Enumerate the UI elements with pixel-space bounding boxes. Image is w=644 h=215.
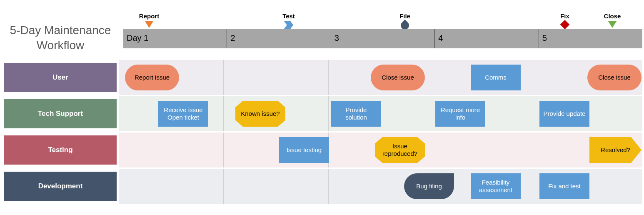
gridline bbox=[223, 96, 224, 131]
gridline bbox=[328, 169, 329, 204]
tri-down-icon bbox=[145, 21, 153, 28]
task-request-more-info: Request more info bbox=[435, 101, 485, 127]
gridline bbox=[538, 132, 538, 168]
day-header: Day 1 bbox=[123, 29, 227, 48]
lane-label-user: User bbox=[4, 63, 117, 92]
gridline bbox=[433, 132, 433, 168]
task-report-issue: Report issue bbox=[125, 65, 179, 90]
milestone-fix: Fix bbox=[548, 12, 582, 28]
milestone-label: Close bbox=[596, 12, 629, 20]
gridline bbox=[538, 169, 538, 204]
gridline bbox=[223, 132, 224, 168]
task-resolved: Resolved? bbox=[589, 137, 642, 163]
lane-body-development: Bug filingFeasibility assessmentFix and … bbox=[119, 169, 642, 204]
gridline bbox=[538, 96, 538, 131]
lane-body-user: Report issueClose issueCommsClose issue bbox=[119, 60, 642, 95]
gridline bbox=[328, 60, 329, 95]
lane-label-testing: Testing bbox=[4, 135, 117, 165]
task-fix-and-test: Fix and test bbox=[539, 173, 589, 199]
milestone-test: Test bbox=[272, 12, 305, 29]
task-feasibility-assessment: Feasibility assessment bbox=[471, 173, 521, 199]
timeline-header: Day 12345 bbox=[123, 29, 642, 48]
task-known-issue: Known issue? bbox=[235, 101, 285, 127]
day-header: 3 bbox=[331, 29, 434, 48]
day-header: 4 bbox=[434, 29, 538, 48]
milestone-label: File bbox=[388, 12, 422, 20]
day-header: 2 bbox=[227, 29, 330, 48]
task-receive-issue-open-ticket: Receive issue Open ticket bbox=[158, 101, 208, 127]
chevron-icon bbox=[284, 21, 293, 29]
diamond-icon bbox=[560, 20, 570, 30]
milestone-label: Fix bbox=[548, 12, 582, 20]
task-issue-reproduced: Issue reproduced? bbox=[375, 137, 425, 163]
lane-body-testing: Issue testingIssue reproduced?Resolved? bbox=[119, 132, 642, 168]
milestone-file: File bbox=[388, 12, 422, 30]
milestone-label: Report bbox=[132, 12, 166, 20]
milestone-close: Close bbox=[596, 12, 629, 28]
task-provide-solution: Provide solution bbox=[331, 101, 381, 127]
diagram-title: 5-Day Maintenance Workflow bbox=[4, 23, 117, 53]
tri-green-icon bbox=[608, 21, 617, 28]
task-close-issue: Close issue bbox=[587, 65, 642, 90]
task-close-issue: Close issue bbox=[371, 65, 425, 90]
lane-body-tech-support: Receive issue Open ticketKnown issue?Pro… bbox=[119, 96, 642, 131]
task-provide-update: Provide update bbox=[539, 101, 589, 127]
gridline bbox=[433, 60, 433, 95]
gridline bbox=[328, 96, 329, 131]
task-bug-filing: Bug filing bbox=[404, 173, 454, 199]
gridline bbox=[433, 96, 433, 131]
gridline bbox=[538, 60, 538, 95]
task-comms: Comms bbox=[471, 65, 521, 90]
task-issue-testing: Issue testing bbox=[279, 137, 329, 163]
milestone-label: Test bbox=[272, 12, 305, 20]
day-header: 5 bbox=[539, 29, 642, 48]
gridline bbox=[223, 60, 224, 95]
lane-label-tech-support: Tech Support bbox=[4, 99, 117, 128]
gridline bbox=[223, 169, 224, 204]
lane-label-development: Development bbox=[4, 172, 117, 201]
milestone-report: Report bbox=[132, 12, 166, 28]
